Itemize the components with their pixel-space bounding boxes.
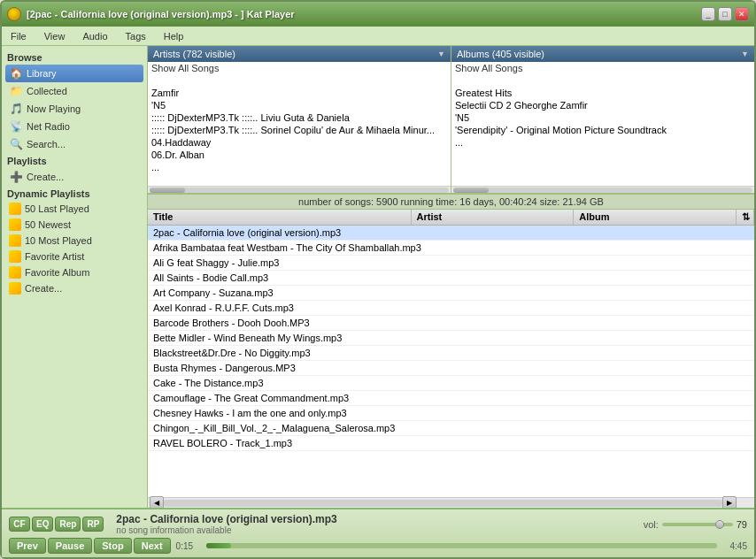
artists-scroll-thumb[interactable] [150, 188, 185, 193]
dynamic-item-50-newest[interactable]: 50 Newest [5, 217, 143, 233]
pause-button[interactable]: Pause [48, 538, 92, 554]
cf-button[interactable]: CF [9, 517, 30, 532]
col-header-artist[interactable]: Artist [412, 210, 575, 225]
dp-icon-fav-album [9, 266, 21, 279]
col-header-title[interactable]: Title [148, 210, 412, 225]
artists-list-item[interactable]: 04.Haddaway [148, 136, 451, 149]
col-header-album[interactable]: Album [574, 210, 737, 225]
artists-list-item[interactable]: ::::: DjDexterMP3.Tk ::::.. Sorinel Copi… [148, 124, 451, 136]
list-item[interactable]: Bette Midler - Wind Beneath My Wings.mp3 [148, 331, 754, 346]
list-item[interactable]: 2pac - California love (original version… [148, 226, 754, 241]
dp-icon-50-last [9, 203, 21, 215]
song-list[interactable]: 2pac - California love (original version… [148, 226, 754, 497]
albums-list-item[interactable]: 'Serendipity' - Original Motion Picture … [451, 124, 754, 136]
artists-header[interactable]: Artists (782 visible) ▼ [148, 46, 451, 62]
player-btn-group-mode: CF EQ Rep RP [9, 517, 104, 532]
prev-button[interactable]: Prev [9, 538, 46, 554]
albums-list-item[interactable]: ... [451, 136, 754, 149]
artists-list-item[interactable]: ::::: DjDexterMP3.Tk ::::.. Liviu Guta &… [148, 111, 451, 124]
search-icon: 🔍 [9, 137, 23, 151]
menu-file[interactable]: File [5, 29, 32, 43]
list-item[interactable]: Blackstreet&Dr.Dre - No Diggity.mp3 [148, 346, 754, 361]
dp-icon-10-most [9, 234, 21, 247]
dynamic-item-fav-artist[interactable]: Favorite Artist [5, 249, 143, 264]
list-item[interactable]: Camouflage - The Great Commandment.mp3 [148, 391, 754, 406]
artists-list[interactable]: Show All Songs Zamfir 'N5 ::::: DjDexter… [148, 62, 451, 186]
albums-show-all[interactable]: Show All Songs [451, 62, 754, 74]
scroll-left-button[interactable]: ◀ [150, 496, 164, 509]
song-list-scrollbar-h[interactable]: ◀ ▶ [148, 497, 754, 508]
albums-list-item[interactable]: Greatest Hits [451, 87, 754, 99]
progress-row: Prev Pause Stop Next 0:15 4:45 [9, 538, 747, 554]
sidebar-item-library[interactable]: 🏠 Library [5, 65, 143, 82]
list-item[interactable]: Ali G feat Shaggy - Julie.mp3 [148, 256, 754, 271]
song-scroll-track [164, 500, 722, 507]
albums-list-item[interactable]: 'N5 [451, 111, 754, 124]
albums-list-item[interactable]: Selectii CD 2 Gheorghe Zamfir [451, 99, 754, 111]
dynamic-item-50-last-label: 50 Last Played [25, 203, 89, 214]
sidebar-search-label: Search... [27, 139, 66, 149]
artists-list-item[interactable] [148, 74, 451, 87]
list-item[interactable]: Chingon_-_Kill_Bill_Vol._2_-_Malaguena_S… [148, 421, 754, 436]
title-bar: [2pac - California love (original versio… [2, 2, 754, 27]
stop-button[interactable]: Stop [94, 538, 131, 554]
sidebar-item-collected[interactable]: 📁 Collected [5, 82, 143, 100]
list-item[interactable]: Busta Rhymes - Dangerous.MP3 [148, 361, 754, 376]
rp-button[interactable]: RP [82, 517, 104, 532]
maximize-button[interactable]: □ [718, 7, 732, 21]
artists-list-item[interactable]: 06.Dr. Alban [148, 149, 451, 161]
rep-button[interactable]: Rep [55, 517, 81, 532]
menu-audio[interactable]: Audio [77, 29, 112, 43]
dp-icon-create-dyn [9, 282, 21, 295]
list-item[interactable]: Cake - The Distance.mp3 [148, 376, 754, 391]
close-button[interactable]: ✕ [735, 7, 749, 21]
albums-header[interactable]: Albums (405 visible) ▼ [451, 46, 754, 62]
sidebar-item-search[interactable]: 🔍 Search... [5, 135, 143, 153]
list-item[interactable]: Afrika Bambataa feat Westbam - The City … [148, 241, 754, 256]
artists-show-all[interactable]: Show All Songs [148, 62, 451, 74]
sidebar-item-create-playlist[interactable]: ➕ Create... [5, 168, 143, 186]
library-icon: 🏠 [9, 66, 23, 80]
artists-list-item[interactable]: Zamfir [148, 87, 451, 99]
create-playlist-icon: ➕ [9, 170, 23, 184]
scroll-right-button[interactable]: ▶ [722, 496, 737, 509]
main-content: Browse 🏠 Library 📁 Collected 🎵 Now Playi… [2, 46, 754, 508]
albums-scrollbar-h[interactable] [451, 186, 754, 193]
vol-slider[interactable] [662, 523, 733, 526]
list-item[interactable]: RAVEL BOLERO - Track_1.mp3 [148, 436, 754, 451]
sidebar-item-netradio[interactable]: 📡 Net Radio [5, 118, 143, 135]
dynamic-item-fav-album[interactable]: Favorite Album [5, 264, 143, 280]
list-item[interactable]: Barcode Brothers - Dooh Dooh.MP3 [148, 316, 754, 331]
next-button[interactable]: Next [134, 538, 171, 554]
dynamic-item-10-most[interactable]: 10 Most Played [5, 233, 143, 249]
vol-thumb[interactable] [715, 520, 724, 529]
list-item[interactable]: Axel Konrad - R.U.F.F. Cuts.mp3 [148, 301, 754, 316]
sidebar-item-nowplaying[interactable]: 🎵 Now Playing [5, 100, 143, 118]
artists-list-item[interactable]: ... [148, 161, 451, 173]
list-item[interactable]: Chesney Hawks - I am the one and only.mp… [148, 406, 754, 421]
player-controls-row: CF EQ Rep RP 2pac - California love (ori… [9, 513, 747, 535]
albums-list-item[interactable] [451, 74, 754, 87]
progress-current: 0:15 [176, 541, 201, 551]
netradio-icon: 📡 [9, 119, 23, 134]
dynamic-playlists-section-label: Dynamic Playlists [5, 186, 143, 201]
menu-help[interactable]: Help [158, 29, 189, 43]
dynamic-item-create-dyn[interactable]: Create... [5, 280, 143, 296]
dynamic-item-50-last[interactable]: 50 Last Played [5, 201, 143, 217]
player-btn-group-transport: Prev Pause Stop Next [9, 538, 171, 554]
col-header-sort[interactable]: ⇅ [737, 210, 754, 225]
dynamic-item-10-most-label: 10 Most Played [25, 235, 92, 246]
list-item[interactable]: All Saints - Bodie Call.mp3 [148, 271, 754, 286]
artists-list-item[interactable]: 'N5 [148, 99, 451, 111]
progress-bar[interactable] [206, 543, 717, 548]
minimize-button[interactable]: _ [701, 7, 715, 21]
sidebar-netradio-label: Net Radio [27, 121, 70, 132]
albums-scroll-thumb[interactable] [453, 188, 489, 193]
list-item[interactable]: Art Company - Suzana.mp3 [148, 286, 754, 301]
menu-tags[interactable]: Tags [120, 29, 151, 43]
menu-view[interactable]: View [39, 29, 71, 43]
top-dropdowns: Artists (782 visible) ▼ Show All Songs Z… [148, 46, 754, 194]
artists-scrollbar-h[interactable] [148, 186, 451, 193]
eq-button[interactable]: EQ [32, 517, 53, 532]
albums-list[interactable]: Show All Songs Greatest Hits Selectii CD… [451, 62, 754, 186]
